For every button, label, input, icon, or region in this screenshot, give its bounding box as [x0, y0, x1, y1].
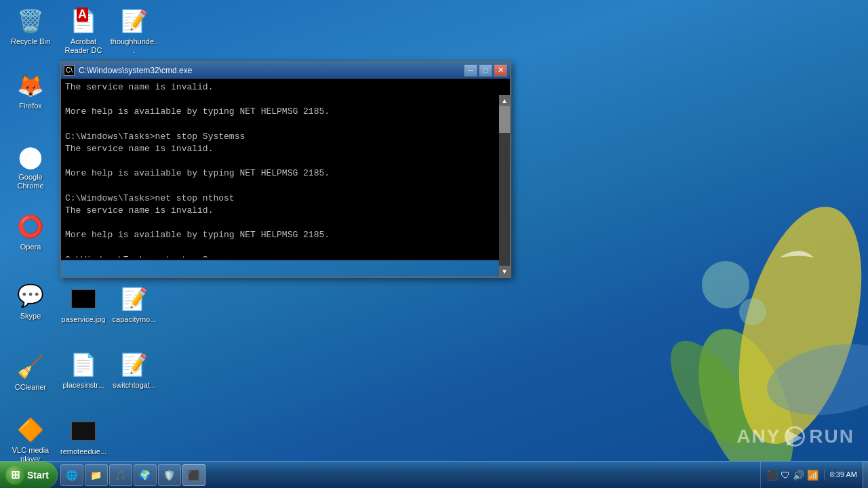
opera-icon: ⭕: [17, 213, 44, 240]
start-button[interactable]: ⊞ Start: [0, 462, 58, 489]
taskbar-explorer-icon: 📁: [91, 470, 102, 481]
cmd-icon: C\: [64, 65, 75, 76]
taskbar-ie-icon: 🌐: [66, 470, 77, 481]
taskbar-items: 🌐📁🎵🌍🛡️⬛: [58, 462, 760, 488]
cmd-line: [65, 217, 494, 229]
skype-icon: 💬: [17, 282, 44, 309]
taskbar-item-ie[interactable]: 🌐: [60, 464, 83, 486]
svg-point-2: [716, 193, 868, 457]
minimize-button[interactable]: ─: [464, 64, 477, 77]
cmd-line: The service name is invalid.: [65, 143, 494, 155]
cmd-line: [65, 155, 494, 167]
anyrun-text-right: RUN: [809, 426, 854, 447]
show-desktop-button[interactable]: [863, 462, 868, 488]
recycle-bin-icon: 🗑️: [17, 7, 44, 35]
ccleaner-label: CCleaner: [15, 383, 46, 392]
acrobat-reader-icon: 📄A: [70, 7, 97, 35]
firefox-icon: 🦊: [17, 72, 44, 99]
firefox-label: Firefox: [19, 102, 42, 110]
vlc-icon: 🔶: [17, 416, 44, 443]
cmd-line: The service name is invalid.: [65, 205, 494, 217]
desktop-icon-ccleaner[interactable]: 🧹CCleaner: [3, 349, 58, 396]
opera-label: Opera: [20, 243, 41, 251]
taskbar-chrome-task-icon: 🌍: [140, 470, 151, 481]
desktop-icon-thoughhunde[interactable]: 📝thoughhunde...: [107, 3, 161, 59]
clock-time: 8:39 AM: [830, 470, 857, 479]
svg-point-3: [702, 261, 749, 308]
taskbar-item-mediaplayer[interactable]: 🎵: [109, 464, 132, 486]
maximize-button[interactable]: □: [479, 64, 492, 77]
cmd-line: [65, 94, 494, 106]
taskbar-cmd-task-icon: ⬛: [189, 470, 199, 481]
ccleaner-icon: 🧹: [17, 353, 44, 380]
desktop-icon-remoteedue[interactable]: remoteedue...: [56, 413, 111, 460]
cmd-scrollbar[interactable]: ▲ ▼: [499, 95, 510, 277]
desktop-icon-google-chrome[interactable]: ⬤Google Chrome: [3, 139, 58, 195]
clock: 8:39 AM: [824, 470, 863, 479]
desktop-icon-opera[interactable]: ⭕Opera: [3, 209, 58, 256]
scroll-down-arrow[interactable]: ▼: [499, 266, 510, 277]
taskbar-item-shield[interactable]: 🛡️: [158, 464, 181, 486]
anyrun-watermark: ANY ▶ RUN: [736, 426, 854, 447]
scroll-up-arrow[interactable]: ▲: [499, 95, 510, 106]
anyrun-text-left: ANY: [736, 426, 781, 447]
skype-label: Skype: [20, 312, 41, 321]
remoteedue-icon: [70, 418, 97, 445]
thoughhunde-label: thoughhunde...: [110, 37, 159, 55]
cmd-output: The service name is invalid. More help i…: [65, 81, 506, 258]
cmd-window[interactable]: C\ C:\Windows\system32\cmd.exe ─ □ ✕ The…: [60, 61, 511, 278]
cmd-line: C:\Windows\Tasks>net stop nthost: [65, 192, 494, 205]
desktop-icon-capacitymo[interactable]: 📝capacitymo...: [107, 281, 161, 328]
cmd-line: More help is available by typing NET HEL…: [65, 106, 494, 118]
desktop-icon-paservice[interactable]: paservice.jpg: [56, 281, 111, 328]
taskbar-item-cmd-task[interactable]: ⬛: [182, 464, 205, 486]
cmd-title-text: C:\Windows\system32\cmd.exe: [79, 66, 192, 75]
cmd-body: The service name is invalid. More help i…: [61, 79, 510, 260]
cmd-line: [65, 241, 494, 253]
placesinstr-icon: 📄: [70, 351, 97, 378]
taskbar-mediaplayer-icon: 🎵: [115, 470, 126, 481]
capacitymo-icon: 📝: [121, 285, 148, 312]
desktop-icon-acrobat-reader[interactable]: 📄AAcrobat Reader DC: [56, 3, 111, 59]
svg-point-5: [762, 334, 868, 424]
google-chrome-icon: ⬤: [17, 143, 44, 170]
close-button[interactable]: ✕: [494, 64, 507, 77]
switchtogat-icon: 📝: [121, 351, 148, 378]
tray-icon-network: ⬛: [766, 470, 778, 481]
cmd-line: [65, 119, 494, 131]
scroll-thumb[interactable]: [499, 106, 510, 133]
desktop-icon-vlc[interactable]: 🔶VLC media player: [3, 412, 58, 468]
desktop-icon-firefox[interactable]: 🦊Firefox: [3, 68, 58, 115]
taskbar: ⊞ Start 🌐📁🎵🌍🛡️⬛ ⬛ 🛡 🔊 📶 8:39 AM: [0, 461, 868, 488]
taskbar-item-chrome-task[interactable]: 🌍: [134, 464, 157, 486]
thoughhunde-icon: 📝: [121, 7, 148, 35]
anyrun-play-icon: ▶: [785, 426, 805, 447]
start-label: Start: [27, 470, 49, 481]
cmd-line: C:\Windows\Tasks>net stop Servc: [65, 254, 494, 258]
tray-icon-shield: 🛡: [781, 470, 790, 481]
paservice-icon: [70, 285, 97, 312]
placesinstr-label: placesinstr...: [62, 381, 104, 390]
paservice-label: paservice.jpg: [62, 315, 106, 324]
remoteedue-label: remoteedue...: [60, 447, 106, 456]
window-controls: ─ □ ✕: [464, 64, 507, 77]
capacitymo-label: capacitymo...: [113, 315, 157, 324]
tray-icon-network2: 📶: [807, 470, 818, 481]
cmd-line: C:\Windows\Tasks>net stop Systemss: [65, 131, 494, 143]
desktop-icon-recycle-bin[interactable]: 🗑️Recycle Bin: [3, 3, 58, 50]
taskbar-item-explorer[interactable]: 📁: [85, 464, 108, 486]
start-orb: ⊞: [5, 466, 24, 485]
desktop-icon-switchtogat[interactable]: 📝switchtogat...: [107, 347, 161, 394]
cmd-title-bar: C\ C:\Windows\system32\cmd.exe: [64, 65, 192, 76]
recycle-bin-label: Recycle Bin: [11, 37, 50, 46]
desktop-icon-placesinstr[interactable]: 📄placesinstr...: [56, 347, 111, 394]
desktop-icon-skype[interactable]: 💬Skype: [3, 278, 58, 325]
switchtogat-label: switchtogat...: [113, 381, 156, 390]
system-tray: ⬛ 🛡 🔊 📶: [760, 462, 824, 488]
cmd-line: More help is available by typing NET HEL…: [65, 167, 494, 180]
cmd-line: The service name is invalid.: [65, 81, 494, 94]
taskbar-shield-icon: 🛡️: [164, 470, 175, 481]
acrobat-reader-label: Acrobat Reader DC: [59, 37, 108, 55]
desktop: 🗑️Recycle Bin🦊Firefox⬤Google Chrome⭕Oper…: [0, 0, 868, 488]
cmd-titlebar: C\ C:\Windows\system32\cmd.exe ─ □ ✕: [61, 62, 510, 79]
